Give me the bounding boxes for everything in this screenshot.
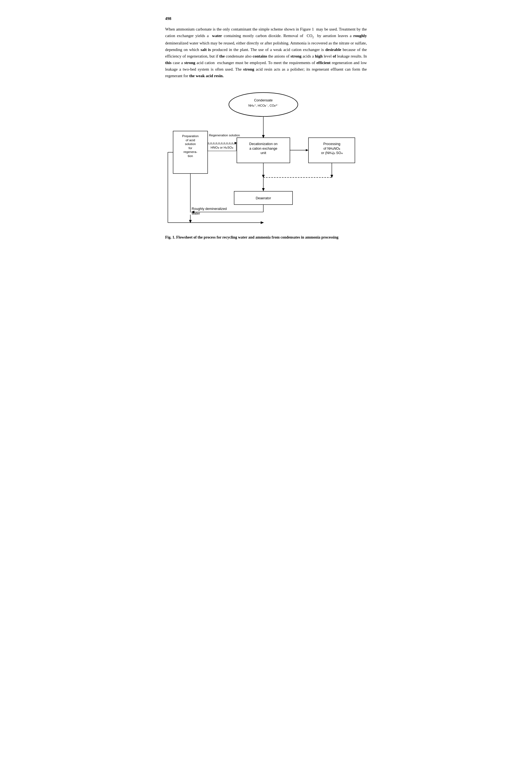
svg-text:Condensate: Condensate — [254, 98, 273, 102]
svg-text:for: for — [188, 146, 192, 150]
svg-text:regenera-: regenera- — [183, 150, 197, 153]
svg-text:water: water — [191, 212, 200, 215]
page-number: 498 — [165, 16, 367, 21]
svg-text:Roughly demineralized: Roughly demineralized — [191, 207, 227, 211]
body-paragraph: When ammonium carbonate is the only cont… — [165, 26, 367, 79]
svg-text:or (NH₄)₂ SO₄: or (NH₄)₂ SO₄ — [321, 151, 342, 155]
svg-text:Regeneration solution: Regeneration solution — [209, 133, 240, 137]
svg-marker-33 — [262, 188, 265, 191]
svg-text:unit: unit — [261, 151, 266, 155]
svg-text:of acid: of acid — [185, 138, 195, 141]
svg-marker-26 — [306, 149, 308, 151]
svg-text:Deaerator: Deaerator — [256, 196, 271, 200]
svg-text:NH₄⁺,  HCO₃⁻,  CO₃²⁻: NH₄⁺, HCO₃⁻, CO₃²⁻ — [248, 104, 278, 107]
svg-text:solution: solution — [185, 142, 196, 145]
caption-text: Fig. 1. Flowsheet of the process for rec… — [165, 235, 339, 239]
svg-text:tion: tion — [188, 154, 193, 157]
svg-text:a cation exchange: a cation exchange — [249, 147, 277, 150]
svg-text:Preparation: Preparation — [182, 134, 198, 138]
diagram: Condensate NH₄⁺, HCO₃⁻, CO₃²⁻ Preparatio… — [165, 87, 367, 226]
svg-text:HNO₃ or H₂SO₄: HNO₃ or H₂SO₄ — [211, 145, 233, 149]
svg-text:Processing: Processing — [323, 142, 341, 146]
svg-text:Decationization  on: Decationization on — [249, 142, 277, 146]
svg-text:of NH₄NO₃: of NH₄NO₃ — [323, 147, 340, 150]
figure-caption: Fig. 1. Flowsheet of the process for rec… — [165, 234, 367, 240]
svg-marker-45 — [261, 221, 264, 224]
